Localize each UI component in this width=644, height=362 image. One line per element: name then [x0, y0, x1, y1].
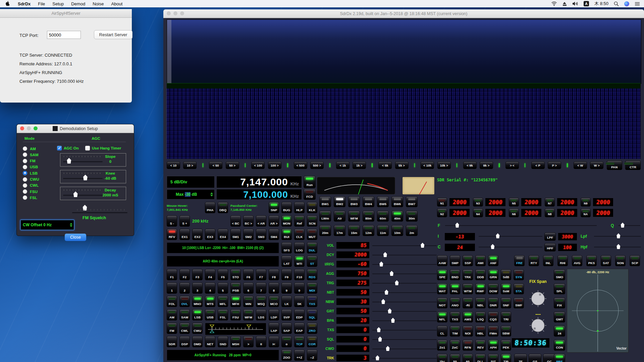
button-swf[interactable]: SWF	[514, 298, 524, 308]
frequency-scale[interactable]	[167, 83, 641, 89]
menubar-clock[interactable]: 木 8:50	[594, 1, 608, 7]
button-sdb[interactable]: SdB	[501, 269, 511, 280]
tuning-1k[interactable]: < 1k	[336, 162, 350, 169]
button-sdr[interactable]: SDR	[167, 336, 177, 347]
button-spe[interactable]: SPE	[437, 269, 447, 280]
button-edp[interactable]: EDP	[294, 309, 305, 320]
button-con[interactable]: CON	[554, 340, 565, 351]
mode-radio-am[interactable]: AM	[23, 146, 36, 151]
button-dsp[interactable]: DSP	[179, 336, 190, 347]
mode-radio-usb[interactable]: USB	[23, 165, 38, 169]
button-2m[interactable]: 2m	[406, 225, 418, 236]
button-log[interactable]: LOG	[294, 242, 305, 253]
close-button[interactable]: Close	[65, 234, 86, 241]
button-nbl[interactable]: NBL	[475, 298, 486, 308]
button-am[interactable]: AM	[167, 309, 177, 320]
minimize-window-button[interactable]	[27, 126, 31, 130]
button-fre[interactable]: FRE	[514, 255, 525, 266]
button-wtm[interactable]: WTM	[463, 284, 473, 294]
button-na[interactable]: NA	[581, 208, 591, 217]
button-mut[interactable]: MUT	[307, 229, 317, 240]
menu-item-file[interactable]: File	[38, 1, 45, 6]
button-aaw[interactable]: AAW	[437, 255, 447, 266]
button-ldp[interactable]: LDP	[269, 309, 279, 320]
button-rty[interactable]: RTY	[529, 255, 539, 266]
notification-center-icon[interactable]	[635, 2, 640, 6]
slider-track-vol[interactable]	[372, 242, 437, 249]
button-smp[interactable]: SMP	[450, 255, 460, 266]
slider-thumb-dcy[interactable]	[383, 252, 387, 257]
button-scn[interactable]: SCN	[307, 216, 317, 227]
button-dbq[interactable]: DBQ	[218, 202, 228, 213]
spotlight-icon[interactable]	[614, 1, 619, 6]
menu-item-about[interactable]: About	[111, 1, 122, 6]
button-lsb[interactable]: LSB	[192, 309, 203, 320]
button-f5[interactable]: F5	[218, 269, 228, 280]
button-17m[interactable]: 17m	[334, 225, 345, 236]
button-bw7[interactable]: BW7	[406, 196, 418, 207]
menu-item-noise[interactable]: Noise	[93, 1, 104, 6]
radio-circle[interactable]	[23, 165, 27, 169]
button-pek[interactable]: PEK	[501, 340, 511, 351]
button-eap[interactable]: EAP	[294, 323, 305, 334]
button-bw5[interactable]: BW5	[377, 196, 389, 207]
button-2[interactable]: 2	[179, 283, 190, 294]
slider-track-trk[interactable]	[372, 354, 437, 362]
tuning-9k[interactable]: 9k >	[480, 162, 493, 169]
lpf-slider-thumb[interactable]	[616, 233, 621, 238]
button-awi[interactable]: AWI	[475, 255, 486, 266]
button-lat[interactable]: LAT	[281, 256, 292, 267]
button-ex2[interactable]: EX2	[192, 229, 203, 240]
agc-on-checkbox[interactable]: ✓ AGC On	[57, 146, 79, 150]
cw-offset-spinner[interactable]	[70, 223, 72, 227]
button-gs[interactable]: GS	[529, 354, 541, 362]
input-source-icon[interactable]: A	[584, 1, 589, 6]
demod-titlebar[interactable]: Demodulation Setup	[17, 124, 134, 133]
tuning-10[interactable]: 10 >	[183, 162, 197, 169]
button-fsu[interactable]: FSU	[230, 309, 241, 320]
button-60m[interactable]: 60m	[377, 211, 389, 222]
button-cqs[interactable]: CQS	[488, 312, 498, 322]
button-x[interactable]: >	[243, 336, 254, 347]
main-minimize-button[interactable]	[173, 11, 177, 15]
hpf-slider-thumb[interactable]	[616, 244, 621, 249]
slider-thumb-nbw[interactable]	[381, 299, 385, 304]
button-1kc[interactable]: 1kc	[437, 354, 447, 362]
button-fsl[interactable]: FSL	[218, 309, 228, 320]
button-snd[interactable]: SND	[218, 336, 228, 347]
button-ex3[interactable]: EX3	[205, 229, 215, 240]
slider-track-trg[interactable]	[372, 279, 437, 287]
button-rhi[interactable]: RHI	[557, 255, 568, 266]
menu-item-setup[interactable]: Setup	[52, 1, 64, 6]
slider-track-sql[interactable]	[372, 336, 437, 343]
button-f2[interactable]: F2	[179, 269, 190, 280]
button-80m[interactable]: 80m	[363, 211, 374, 222]
radio-circle[interactable]	[23, 195, 27, 200]
tuning-5k[interactable]: < 5k	[378, 162, 392, 169]
button-zoc[interactable]: ZoC	[450, 340, 460, 351]
button-s[interactable]: S +	[179, 216, 190, 227]
button-tcp[interactable]: TCP	[294, 336, 305, 347]
button-o[interactable]: o	[281, 336, 292, 347]
menu-item-demod[interactable]: Demod	[71, 1, 85, 6]
button-bui[interactable]: BUI	[281, 229, 292, 240]
button-dul[interactable]: DUL	[307, 242, 317, 253]
button-ref[interactable]: Ref	[294, 216, 305, 227]
tuning-100[interactable]: 100 >	[268, 162, 281, 169]
button-ri[interactable]: -Ri	[463, 298, 473, 308]
button-wfm[interactable]: WFM	[348, 211, 360, 222]
button-n6[interactable]: N6	[509, 208, 519, 217]
button-scp[interactable]: SCP	[630, 255, 640, 266]
zoom-window-button[interactable]	[34, 126, 38, 130]
button-bw6[interactable]: BW6	[391, 196, 403, 207]
button-sql[interactable]: SQL	[307, 309, 317, 320]
button-dmd[interactable]: DMD	[192, 336, 203, 347]
tuned-frequency-band[interactable]	[167, 20, 171, 83]
slider-thumb-agg[interactable]	[390, 271, 394, 276]
button-ddb[interactable]: DDB	[475, 269, 486, 280]
button-noi[interactable]: NOI	[463, 326, 473, 337]
button-nfl[interactable]: NFL	[437, 312, 447, 322]
slider-track[interactable]	[63, 195, 103, 196]
button-lpf[interactable]: LPF	[544, 233, 556, 241]
button-z[interactable]: ++Z	[294, 350, 305, 361]
